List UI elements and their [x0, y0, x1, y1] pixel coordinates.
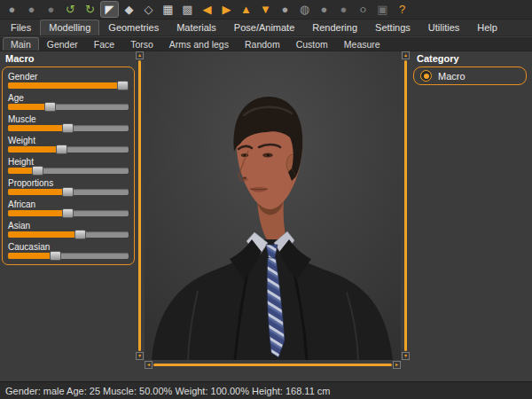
- macro-panel: Macro Gender Age: [2, 53, 135, 265]
- slider-age: Age: [8, 93, 129, 110]
- menu-tab-label: Files: [11, 22, 31, 33]
- grid-icon[interactable]: ▦: [159, 1, 177, 18]
- tab-pose-animate[interactable]: Pose/Animate: [225, 20, 303, 35]
- new-icon[interactable]: ●: [3, 1, 21, 18]
- scroll-left-button[interactable]: ◂: [145, 361, 153, 369]
- menu-tab-label: Utilities: [428, 22, 459, 33]
- slider-track[interactable]: [8, 189, 129, 195]
- tool-icon: ◀: [203, 4, 212, 15]
- wireframe-icon[interactable]: ◍: [295, 1, 314, 18]
- viewport-right-scrollbar[interactable]: ▴ ▾: [402, 51, 410, 360]
- scroll-right-button[interactable]: ▸: [393, 361, 401, 369]
- slider-track[interactable]: [8, 146, 129, 153]
- menu-tab-label: Pose/Animate: [234, 22, 294, 33]
- symmetry-up-icon[interactable]: ▲: [237, 1, 255, 18]
- tool-icon: ●: [282, 4, 289, 15]
- subtab-main[interactable]: Main: [3, 37, 39, 51]
- smooth-shaded-icon[interactable]: ●: [276, 1, 294, 18]
- sub-tab-label: Main: [11, 39, 31, 50]
- tab-utilities[interactable]: Utilities: [419, 20, 468, 35]
- category-item-label: Macro: [438, 71, 466, 82]
- rotate-icon[interactable]: ◇: [139, 1, 158, 18]
- slider-label: Age: [8, 93, 129, 103]
- tab-files[interactable]: Files: [2, 20, 40, 35]
- redo-icon[interactable]: ↻: [81, 1, 99, 18]
- scroll-up-button[interactable]: ▴: [136, 51, 144, 59]
- scroll-track[interactable]: [153, 361, 393, 369]
- tab-rendering[interactable]: Rendering: [303, 20, 366, 35]
- slider-handle[interactable]: [44, 102, 56, 112]
- radio-icon: [420, 70, 432, 82]
- slider-handle[interactable]: [62, 208, 74, 218]
- slider-handle[interactable]: [74, 230, 86, 239]
- tab-help[interactable]: Help: [468, 20, 506, 35]
- scroll-up-button[interactable]: ▴: [402, 51, 410, 59]
- skeleton-icon[interactable]: ●: [315, 1, 333, 18]
- symmetry-left-icon[interactable]: ◀: [198, 1, 216, 18]
- slider-track[interactable]: [8, 253, 129, 259]
- sub-tab-bar: Main Gender Face Torso Arms and legs Ran…: [0, 37, 532, 51]
- subtab-arms-and-legs[interactable]: Arms and legs: [161, 37, 237, 51]
- slider-track[interactable]: [8, 231, 129, 238]
- slider-handle[interactable]: [62, 187, 74, 197]
- character-render: [145, 51, 401, 360]
- scroll-track[interactable]: [136, 59, 144, 352]
- scroll-thumb[interactable]: [404, 60, 407, 351]
- slider-handle[interactable]: [56, 145, 67, 154]
- sub-tab-label: Random: [245, 39, 280, 50]
- move-icon[interactable]: ◆: [120, 1, 138, 18]
- subtab-random[interactable]: Random: [237, 37, 288, 51]
- left-panel-scrollbar[interactable]: ▴ ▾: [136, 51, 144, 360]
- slider-track[interactable]: [8, 168, 129, 174]
- scroll-thumb[interactable]: [138, 60, 141, 351]
- slider-track[interactable]: [8, 104, 129, 110]
- viewport-3d[interactable]: [145, 51, 401, 360]
- tool-icon: ▣: [377, 4, 387, 15]
- sub-tab-label: Face: [94, 39, 114, 50]
- makehuman-window: ● ● ● ↺ ↻ ◤ ◆: [0, 0, 532, 399]
- slider-handle[interactable]: [50, 251, 61, 261]
- slider-track[interactable]: [8, 82, 129, 89]
- slider-fill: [8, 253, 56, 259]
- ring-icon[interactable]: ○: [354, 1, 372, 18]
- subtab-gender[interactable]: Gender: [39, 37, 86, 51]
- symmetry-right-icon[interactable]: ▶: [217, 1, 236, 18]
- tool-icon: ●: [340, 4, 348, 15]
- material-sphere-icon[interactable]: ●: [334, 1, 353, 18]
- symmetry-down-icon[interactable]: ▼: [256, 1, 275, 18]
- tab-geometries[interactable]: Geometries: [99, 20, 168, 35]
- tool-icon: ●: [48, 4, 55, 15]
- slider-handle[interactable]: [32, 166, 43, 176]
- slider-proportions: Proportions: [8, 178, 129, 195]
- slider-fill: [8, 146, 62, 153]
- scroll-thumb[interactable]: [153, 364, 392, 366]
- tab-modelling[interactable]: Modelling: [40, 20, 99, 35]
- subtab-custom[interactable]: Custom: [288, 37, 336, 51]
- slider-track[interactable]: [8, 125, 129, 131]
- open-icon[interactable]: ●: [22, 1, 41, 18]
- tab-settings[interactable]: Settings: [366, 20, 419, 35]
- scroll-down-button[interactable]: ▾: [136, 352, 144, 360]
- category-item-macro[interactable]: Macro: [420, 70, 520, 82]
- viewport-bottom-scrollbar[interactable]: ◂ ▸: [145, 361, 401, 369]
- slider-track[interactable]: [8, 210, 129, 216]
- slider-asian: Asian: [8, 221, 129, 238]
- texture-grid-icon[interactable]: ▩: [178, 1, 197, 18]
- scroll-down-button[interactable]: ▾: [402, 352, 410, 360]
- camera-icon[interactable]: ▣: [373, 1, 392, 18]
- tab-materials[interactable]: Materials: [168, 20, 225, 35]
- subtab-face[interactable]: Face: [86, 37, 122, 51]
- undo-icon[interactable]: ↺: [61, 1, 80, 18]
- tool-icon: ●: [28, 4, 35, 15]
- save-icon[interactable]: ●: [42, 1, 60, 18]
- status-text: Gender: male Age: 25 Muscle: 50.00% Weig…: [5, 386, 330, 396]
- pointer-icon[interactable]: ◤: [100, 1, 119, 18]
- tool-icon: ◆: [125, 4, 134, 15]
- slider-handle[interactable]: [62, 123, 74, 133]
- tool-icon: ●: [9, 4, 16, 15]
- subtab-measure[interactable]: Measure: [336, 37, 388, 51]
- slider-handle[interactable]: [117, 81, 129, 90]
- help-icon[interactable]: ?: [393, 1, 411, 18]
- subtab-torso[interactable]: Torso: [122, 37, 161, 51]
- scroll-track[interactable]: [402, 59, 410, 352]
